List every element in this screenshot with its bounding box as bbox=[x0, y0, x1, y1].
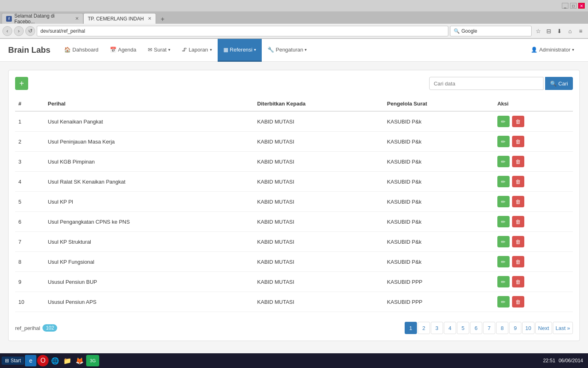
edit-button[interactable]: ✏ bbox=[497, 116, 510, 127]
laporan-nav-icon: 🖇 bbox=[182, 47, 187, 53]
edit-button[interactable]: ✏ bbox=[497, 276, 510, 287]
search-input[interactable] bbox=[429, 77, 543, 90]
nav-agenda[interactable]: 📅 Agenda bbox=[104, 39, 142, 62]
nav-surat[interactable]: ✉ Surat ▾ bbox=[142, 39, 176, 62]
menu-icon[interactable]: ≡ bbox=[576, 26, 586, 36]
maximize-btn[interactable]: □ bbox=[570, 3, 577, 9]
cell-pengelola: KASUBID P&k bbox=[384, 192, 494, 212]
add-button[interactable]: + bbox=[15, 77, 28, 90]
cell-perihal: Usul Peninjauan Masa Kerja bbox=[45, 132, 254, 152]
nav-laporan[interactable]: 🖇 Laporan ▾ bbox=[176, 39, 218, 62]
forward-btn[interactable]: › bbox=[14, 26, 24, 36]
surat-caret-icon: ▾ bbox=[168, 47, 170, 52]
col-diterbitkan: Diterbitkan Kepada bbox=[254, 96, 384, 111]
cell-aksi: ✏ 🗑 bbox=[494, 172, 573, 192]
page-btn[interactable]: 8 bbox=[496, 322, 508, 334]
nav-user[interactable]: 👤 Administrator ▾ bbox=[525, 39, 580, 62]
address-url[interactable]: dev/surat/ref_perihal bbox=[37, 26, 448, 36]
count-badge: 102 bbox=[42, 324, 57, 332]
minimize-btn[interactable]: _ bbox=[562, 3, 568, 9]
back-btn[interactable]: ‹ bbox=[2, 26, 12, 36]
app-brand[interactable]: Brain Labs bbox=[8, 45, 50, 55]
edit-button[interactable]: ✏ bbox=[497, 236, 510, 247]
cell-diterbitkan: KABID MUTASI bbox=[254, 232, 384, 252]
nav-referensi-label: Referensi bbox=[230, 47, 253, 53]
edit-button[interactable]: ✏ bbox=[497, 136, 510, 147]
delete-button[interactable]: 🗑 bbox=[512, 196, 524, 207]
delete-button[interactable]: 🗑 bbox=[512, 276, 524, 287]
star-icon[interactable]: ☆ bbox=[533, 26, 543, 36]
trash-icon: 🗑 bbox=[515, 219, 521, 225]
cell-perihal: Usul KP Fungsional bbox=[45, 252, 254, 272]
referensi-nav-icon: ▦ bbox=[223, 47, 228, 53]
edit-button[interactable]: ✏ bbox=[497, 216, 510, 227]
nav-dahsboard[interactable]: 🏠 Dahsboard bbox=[58, 39, 104, 62]
home-nav-icon: 🏠 bbox=[64, 47, 71, 53]
edit-button[interactable]: ✏ bbox=[497, 296, 510, 307]
edit-button[interactable]: ✏ bbox=[497, 156, 510, 167]
delete-button[interactable]: 🗑 bbox=[512, 136, 524, 147]
cell-no: 5 bbox=[15, 192, 45, 212]
cell-diterbitkan: KABID MUTASI bbox=[254, 172, 384, 192]
edit-icon: ✏ bbox=[501, 259, 506, 265]
app-navbar: Brain Labs 🏠 Dahsboard 📅 Agenda ✉ Surat … bbox=[0, 39, 588, 62]
cell-pengelola: KASUBID P&k bbox=[384, 111, 494, 132]
delete-button[interactable]: 🗑 bbox=[512, 156, 524, 167]
edit-icon: ✏ bbox=[501, 179, 506, 185]
delete-button[interactable]: 🗑 bbox=[512, 236, 524, 247]
delete-button[interactable]: 🗑 bbox=[512, 256, 524, 267]
page-btn[interactable]: 6 bbox=[470, 322, 482, 334]
page-btn[interactable]: 9 bbox=[509, 322, 521, 334]
page-btn[interactable]: 5 bbox=[457, 322, 469, 334]
delete-button[interactable]: 🗑 bbox=[512, 176, 524, 187]
agenda-nav-icon: 📅 bbox=[110, 47, 116, 53]
last-page-btn[interactable]: Last » bbox=[553, 322, 573, 334]
tab-close-facebook[interactable]: ✕ bbox=[75, 16, 79, 21]
page-btn[interactable]: 10 bbox=[522, 322, 535, 334]
trash-icon: 🗑 bbox=[515, 119, 521, 125]
tab-facebook[interactable]: f Selamat Datang di Facebo... ✕ bbox=[2, 13, 83, 24]
page-btn[interactable]: 7 bbox=[483, 322, 495, 334]
edit-button[interactable]: ✏ bbox=[497, 256, 510, 267]
edit-button[interactable]: ✏ bbox=[497, 196, 510, 207]
delete-button[interactable]: 🗑 bbox=[512, 116, 524, 127]
new-tab-btn[interactable]: + bbox=[158, 15, 167, 24]
cell-perihal: Usul Ralat SK Kenaikan Pangkat bbox=[45, 172, 254, 192]
close-btn[interactable]: ✕ bbox=[578, 3, 585, 9]
cell-pengelola: KASUBID P&k bbox=[384, 132, 494, 152]
nav-pengaturan[interactable]: 🔧 Pengaturan ▾ bbox=[262, 39, 312, 62]
edit-button[interactable]: ✏ bbox=[497, 176, 510, 187]
tab-close-cemerlang[interactable]: ✕ bbox=[148, 16, 151, 21]
search-button[interactable]: 🔍 Cari bbox=[545, 77, 573, 90]
delete-button[interactable]: 🗑 bbox=[512, 296, 524, 307]
download-icon[interactable]: ⬇ bbox=[555, 26, 564, 36]
pagination: 12345678910NextLast » bbox=[405, 322, 573, 334]
main-content: + 🔍 Cari # Perihal Diterbitkan Kepada Pe… bbox=[0, 62, 588, 349]
edit-icon: ✏ bbox=[501, 139, 506, 145]
data-table: # Perihal Diterbitkan Kepada Pengelola S… bbox=[15, 96, 573, 312]
trash-icon: 🗑 bbox=[515, 259, 521, 265]
trash-icon: 🗑 bbox=[515, 299, 521, 305]
cell-pengelola: KASUBID P&k bbox=[384, 252, 494, 272]
page-btn[interactable]: 4 bbox=[444, 322, 456, 334]
page-btn[interactable]: 1 bbox=[405, 322, 417, 334]
reader-icon[interactable]: ⊟ bbox=[544, 26, 554, 36]
pengaturan-nav-icon: 🔧 bbox=[267, 47, 274, 53]
home-icon[interactable]: ⌂ bbox=[565, 26, 575, 36]
browser-search-box[interactable]: 🔍 Google bbox=[450, 26, 532, 36]
next-page-btn[interactable]: Next bbox=[535, 322, 552, 334]
page-btn[interactable]: 2 bbox=[418, 322, 430, 334]
cell-pengelola: KASUBID PPP bbox=[384, 272, 494, 292]
browser-toolbar-icons: ☆ ⊟ ⬇ ⌂ ≡ bbox=[533, 26, 586, 36]
tab-cemerlang[interactable]: TP. CEMERLANG INDAH ✕ bbox=[83, 13, 156, 24]
edit-icon: ✏ bbox=[501, 199, 506, 205]
cell-no: 8 bbox=[15, 252, 45, 272]
search-placeholder: Google bbox=[461, 28, 477, 34]
page-btn[interactable]: 3 bbox=[431, 322, 443, 334]
cell-aksi: ✏ 🗑 bbox=[494, 152, 573, 172]
delete-button[interactable]: 🗑 bbox=[512, 216, 524, 227]
refresh-btn[interactable]: ↺ bbox=[25, 26, 35, 36]
nav-referensi[interactable]: ▦ Referensi ▾ bbox=[218, 39, 262, 62]
tab-label-facebook: Selamat Datang di Facebo... bbox=[14, 13, 71, 25]
laporan-caret-icon: ▾ bbox=[210, 47, 212, 52]
